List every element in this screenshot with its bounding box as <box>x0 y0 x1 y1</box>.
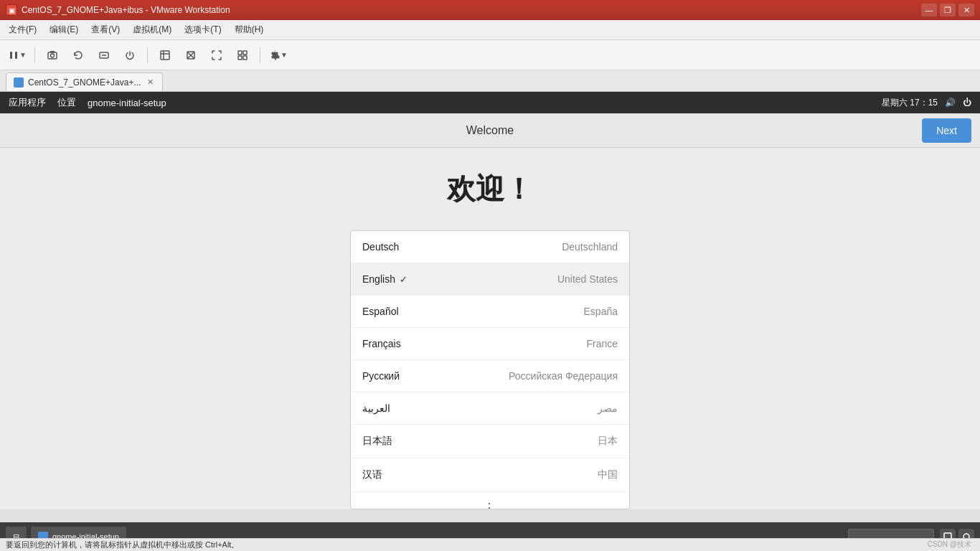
language-list: Deutsch Deutschland English ✓ United Sta… <box>350 230 630 509</box>
vm-tab[interactable]: CentOS_7_GNOME+Java+... ✕ <box>6 72 163 91</box>
window-title: CentOS_7_GNOME+Java+ibus - VMware Workst… <box>22 5 230 15</box>
settings-button[interactable]: ▼ <box>266 44 291 66</box>
gnome-volume-icon[interactable]: 🔊 <box>945 98 956 108</box>
lang-region: 日本 <box>598 435 618 448</box>
lang-name: العربية <box>362 402 390 414</box>
separator-2 <box>147 47 148 63</box>
lang-name: English ✓ <box>362 273 407 285</box>
revert-button[interactable] <box>67 44 90 66</box>
language-item[interactable]: English ✓ United States <box>351 263 629 296</box>
tab-bar: CentOS_7_GNOME+Java+... ✕ <box>0 70 980 92</box>
close-button[interactable]: ✕ <box>958 4 974 17</box>
minimize-button[interactable]: — <box>921 4 937 17</box>
svg-rect-1 <box>15 52 17 59</box>
more-languages-button[interactable]: ⋮ <box>351 492 629 509</box>
lang-region: Deutschland <box>562 241 618 253</box>
lang-name: Français <box>362 338 401 349</box>
svg-rect-16 <box>243 56 247 60</box>
language-item[interactable]: العربية مصر <box>351 392 629 425</box>
pause-button[interactable]: ▼ <box>6 44 29 66</box>
main-content: 欢迎！ Deutsch Deutschland English ✓ United… <box>0 148 980 509</box>
menu-edit[interactable]: 编辑(E) <box>44 22 84 38</box>
lang-region: مصر <box>598 402 618 414</box>
gnome-apps-menu[interactable]: 应用程序 <box>9 96 46 109</box>
svg-rect-13 <box>238 51 242 55</box>
tab-close-button[interactable]: ✕ <box>145 77 155 88</box>
main-heading: 欢迎！ <box>447 169 533 209</box>
svg-rect-4 <box>50 51 55 53</box>
svg-rect-0 <box>10 52 12 59</box>
tab-label: CentOS_7_GNOME+Java+... <box>28 77 141 88</box>
language-item[interactable]: 汉语 中国 <box>351 458 629 492</box>
menu-tabs[interactable]: 选项卡(T) <box>179 22 227 38</box>
status-bar: 要返回到您的计算机，请将鼠标指针从虚拟机中移出或按 Ctrl+Alt。 CSDN… <box>0 538 980 551</box>
svg-point-3 <box>51 54 55 57</box>
stretch-button[interactable] <box>179 44 202 66</box>
menu-help[interactable]: 帮助(H) <box>229 22 270 38</box>
language-item[interactable]: Русский Российская Федерация <box>351 360 629 392</box>
poweroff-button[interactable] <box>118 44 141 66</box>
gnome-power-icon[interactable]: ⏻ <box>963 98 971 108</box>
lang-name: Deutsch <box>362 241 399 253</box>
separator-1 <box>34 47 35 63</box>
gnome-datetime: 星期六 17：15 <box>882 97 938 109</box>
snapshot-button[interactable] <box>41 44 64 66</box>
language-item[interactable]: Français France <box>351 328 629 360</box>
svg-rect-7 <box>161 51 169 60</box>
toolbar: ▼ <box>0 40 980 70</box>
tab-icon <box>14 77 24 88</box>
lang-region: Российская Федерация <box>509 370 618 382</box>
lang-region: España <box>584 306 618 317</box>
fit-button[interactable] <box>154 44 176 66</box>
check-mark: ✓ <box>400 274 407 285</box>
status-message: 要返回到您的计算机，请将鼠标指针从虚拟机中移出或按 Ctrl+Alt。 <box>6 540 239 550</box>
app-icon: ▣ <box>6 4 17 16</box>
title-bar: ▣ CentOS_7_GNOME+Java+ibus - VMware Work… <box>0 0 980 20</box>
language-item[interactable]: Deutsch Deutschland <box>351 231 629 263</box>
menu-vm[interactable]: 虚拟机(M) <box>127 22 177 38</box>
menu-view[interactable]: 查看(V) <box>85 22 126 38</box>
window-controls: — ❐ ✕ <box>921 4 974 17</box>
lang-name: Español <box>362 306 399 317</box>
language-item[interactable]: 日本語 日本 <box>351 425 629 458</box>
menu-bar: 文件(F) 编辑(E) 查看(V) 虚拟机(M) 选项卡(T) 帮助(H) <box>0 20 980 40</box>
gnome-setup-menu[interactable]: gnome-initial-setup <box>88 98 166 108</box>
separator-3 <box>260 47 260 63</box>
next-button[interactable]: Next <box>922 118 971 143</box>
welcome-title: Welcome <box>466 124 514 137</box>
fullscreen-button[interactable] <box>205 44 228 66</box>
welcome-header: Welcome Next <box>0 113 980 148</box>
restore-button[interactable]: ❐ <box>940 4 956 17</box>
lang-name: 日本語 <box>362 435 392 448</box>
lang-name: 汉语 <box>362 468 382 481</box>
gnome-places-menu[interactable]: 位置 <box>57 96 76 109</box>
lang-region: United States <box>557 273 618 285</box>
suspend-button[interactable] <box>93 44 116 66</box>
svg-rect-15 <box>238 56 242 60</box>
menu-file[interactable]: 文件(F) <box>3 22 42 38</box>
language-item[interactable]: Español España <box>351 296 629 328</box>
watermark: CSDN @技术 <box>928 540 971 550</box>
lang-region: 中国 <box>598 468 618 481</box>
lang-region: France <box>586 338 618 349</box>
svg-rect-14 <box>243 51 247 55</box>
lang-name: Русский <box>362 370 400 382</box>
gnome-topbar: 应用程序 位置 gnome-initial-setup 星期六 17：15 🔊 … <box>0 92 980 113</box>
unity-button[interactable] <box>231 44 254 66</box>
